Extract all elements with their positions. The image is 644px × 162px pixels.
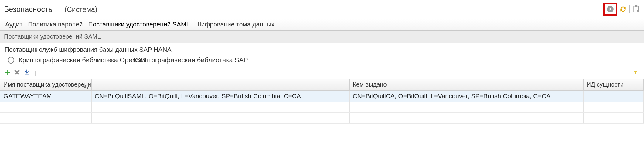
table-row (0, 112, 644, 123)
section-title: Поставщики удостоверений SAML (0, 31, 644, 43)
table-toolbar: | (0, 68, 644, 79)
arrow-right-circle-icon[interactable] (606, 5, 614, 13)
toolbar-right (633, 70, 638, 77)
tab-bar: Аудит Политика паролей Поставщики удосто… (0, 19, 644, 31)
security-console: Безопасность (Система) Аудит Политика па… (0, 0, 644, 162)
col-issued-by[interactable]: Кем выдано (349, 79, 583, 90)
col-provider-name-label: Имя поставщика удостоверений (3, 81, 91, 88)
providers-table-wrap: Имя поставщика удостоверений му выдано К… (0, 79, 644, 162)
delete-icon[interactable] (14, 69, 20, 77)
crypto-radio-row: Криптографическая библиотека OpenSSL Кри… (8, 56, 639, 64)
tab-password-policy[interactable]: Политика паролей (27, 19, 84, 30)
col-entity-id[interactable]: ИД сущности (583, 79, 644, 90)
providers-table: Имя поставщика удостоверений му выдано К… (0, 79, 644, 124)
clipboard-delete-icon[interactable] (632, 5, 640, 13)
tab-audit[interactable]: Аудит (4, 19, 24, 30)
page-title: Безопасность (4, 5, 52, 14)
header: Безопасность (Система) (0, 0, 644, 19)
cell-provider-name: GATEWAYTEAM (0, 90, 91, 102)
header-left: Безопасность (Система) (4, 5, 97, 14)
table-row[interactable]: GATEWAYTEAM CN=BitQuillSAML, O=BitQuill,… (0, 90, 644, 102)
radio-openssl-label[interactable]: Криптографическая библиотека OpenSSL (19, 56, 149, 64)
col-issued-to-fragment: му выдано (82, 83, 91, 90)
toolbar-left: | (4, 69, 36, 77)
radio-icon[interactable] (8, 57, 14, 64)
refresh-icon[interactable] (619, 5, 627, 13)
header-actions (603, 3, 640, 16)
svg-rect-2 (635, 5, 638, 7)
cell-entity-id (583, 90, 644, 102)
table-header-row: Имя поставщика удостоверений му выдано К… (0, 79, 644, 90)
highlighted-action (603, 3, 617, 16)
col-provider-name[interactable]: Имя поставщика удостоверений му выдано (0, 79, 91, 90)
system-label: (Система) (64, 5, 97, 14)
tab-volume-encryption[interactable]: Шифрование тома данных (194, 19, 276, 30)
cell-issued-by: CN=BitQuillCA, O=BitQuill, L=Vancouver, … (349, 90, 583, 102)
crypto-provider-group: Поставщик служб шифрования базы данных S… (0, 43, 644, 68)
toolbar-separator: | (34, 70, 36, 77)
filter-icon[interactable] (633, 70, 638, 76)
import-icon[interactable] (23, 69, 31, 77)
cell-issued-to: CN=BitQuillSAML, O=BitQuill, L=Vancouver… (91, 90, 349, 102)
divider (629, 5, 630, 13)
table-row (0, 102, 644, 112)
add-icon[interactable] (4, 69, 11, 77)
radio-sap-label[interactable]: Криптографическая библиотека SAP (134, 56, 248, 64)
col-issued-to[interactable] (91, 79, 349, 90)
group-label: Поставщик служб шифрования базы данных S… (5, 46, 639, 53)
tab-saml-providers[interactable]: Поставщики удостоверений SAML (87, 19, 191, 30)
